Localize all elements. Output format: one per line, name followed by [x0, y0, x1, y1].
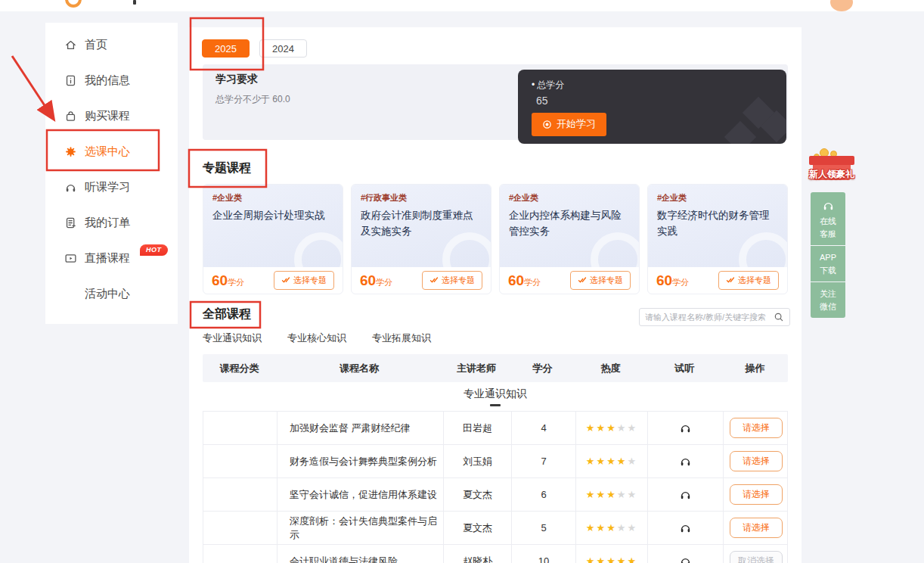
sidebar-item-label: 听课学习 [85, 180, 130, 194]
table-header-课程名称: 课程名称 [276, 362, 442, 375]
table-header-热度: 热度 [575, 362, 646, 375]
sidebar-item-直播课程[interactable]: 直播课程HOT [45, 241, 178, 276]
sidebar-item-选课中心[interactable]: 选课中心 [45, 134, 178, 170]
star-filled-icon: ★ [617, 555, 628, 563]
sidebar-item-我的信息[interactable]: 我的信息 [45, 63, 178, 98]
heat-rating-cell: ★★★★★ [575, 478, 647, 511]
new-user-gift-badge[interactable]: 新人领豪礼 [806, 148, 857, 183]
search-input[interactable] [645, 313, 774, 322]
table-row: 深度剖析：会计失信典型案件与启示夏文杰5★★★★★请选择 [203, 512, 787, 545]
star-filled-icon: ★ [586, 489, 597, 500]
audition-headphones-icon[interactable] [679, 455, 692, 468]
course-search-box [639, 308, 790, 326]
audition-headphones-icon[interactable] [679, 521, 692, 534]
tab-专业核心知识[interactable]: 专业核心知识 [287, 331, 346, 345]
select-topic-button[interactable]: 选择专题 [422, 271, 482, 290]
sidebar-item-label: 我的订单 [85, 216, 130, 230]
course-name-cell: 加强财会监督 严肃财经纪律 [277, 412, 443, 444]
select-topic-button[interactable]: 选择专题 [274, 271, 334, 290]
table-row: 会计职业道德与法律风险赵晓朴10★★★★★取消选择 [203, 545, 787, 563]
teacher-cell: 夏文杰 [443, 512, 511, 544]
year-tabs: 20252024 [202, 39, 307, 58]
star-filled-icon: ★ [606, 555, 617, 563]
float-button-label: 关注微信 [818, 288, 838, 313]
topic-card-tag: #企业类 [212, 192, 333, 204]
heat-rating-cell: ★★★★★ [575, 545, 647, 563]
total-credit-label: •总学分 [532, 79, 773, 92]
table-header-课程分类: 课程分类 [203, 362, 276, 375]
sidebar-item-我的订单[interactable]: 我的订单 [45, 205, 178, 241]
start-learning-label: 开始学习 [557, 117, 596, 131]
info-icon [64, 74, 77, 87]
topic-card-title: 数字经济时代的财务管理实践 [657, 208, 778, 240]
bag-icon [64, 110, 77, 123]
credits-number: 60 [656, 272, 672, 288]
select-topic-button[interactable]: 选择专题 [570, 271, 631, 290]
course-name-cell: 深度剖析：会计失信典型案件与启示 [277, 512, 443, 544]
search-icon[interactable] [774, 312, 784, 322]
topic-card-title: 政府会计准则制度重难点及实施实务 [361, 208, 482, 240]
float-button-APP下载[interactable]: APP下载 [811, 246, 845, 282]
select-course-button[interactable]: 请选择 [730, 451, 783, 471]
sidebar-item-label: 选课中心 [85, 145, 130, 159]
topic-card-footer: 60学分选择专题 [648, 267, 787, 294]
star-filled-icon: ★ [586, 456, 597, 467]
audition-headphones-icon[interactable] [679, 421, 692, 434]
headphones-icon [821, 199, 835, 213]
credits-unit: 学分 [376, 278, 392, 287]
tab-专业拓展知识[interactable]: 专业拓展知识 [372, 331, 431, 345]
teacher-cell: 赵晓朴 [443, 545, 511, 563]
star-rating: ★★★★★ [586, 522, 637, 533]
star-filled-icon: ★ [597, 555, 607, 563]
star-filled-icon: ★ [597, 422, 607, 434]
headphones-icon [64, 181, 77, 194]
float-button-在线客服[interactable]: 在线客服 [811, 192, 845, 245]
action-cell: 请选择 [723, 412, 789, 444]
select-topic-button[interactable]: 选择专题 [718, 271, 779, 290]
action-cell: 请选择 [723, 445, 789, 477]
topic-card-title: 企业内控体系构建与风险管控实务 [509, 208, 630, 240]
cancel-select-button[interactable]: 取消选择 [730, 551, 783, 563]
top-header-bar [0, 0, 924, 11]
sidebar-item-听课学习[interactable]: 听课学习 [45, 170, 178, 205]
sidebar-item-购买课程[interactable]: 购买课程 [45, 98, 178, 134]
heat-rating-cell: ★★★★★ [575, 445, 647, 477]
action-cell: 请选择 [723, 512, 789, 544]
category-cell [203, 412, 277, 444]
star-empty-icon: ★ [627, 489, 637, 500]
course-name-cell: 财务造假与会计舞弊典型案例分析 [277, 445, 443, 477]
select-course-button[interactable]: 请选择 [730, 518, 783, 538]
double-check-icon [726, 275, 735, 286]
star-empty-icon: ★ [617, 522, 628, 533]
avatar[interactable] [830, 0, 853, 11]
logo-text-fragment [133, 0, 136, 5]
sidebar-item-label: 首页 [85, 38, 107, 52]
sidebar-item-label: 活动中心 [85, 287, 130, 301]
star-empty-icon: ★ [617, 489, 628, 500]
select-topic-label: 选择专题 [738, 275, 771, 286]
tab-专业通识知识[interactable]: 专业通识知识 [203, 331, 262, 345]
star-filled-icon: ★ [586, 555, 597, 563]
double-check-icon [281, 275, 290, 286]
table-row: 财务造假与会计舞弊典型案例分析刘玉娟7★★★★★请选择 [203, 445, 787, 478]
credits-number: 60 [508, 272, 524, 288]
select-topic-label: 选择专题 [293, 275, 327, 286]
order-icon [64, 216, 77, 229]
teacher-cell: 刘玉娟 [443, 445, 511, 477]
credits-cell: 6 [511, 478, 575, 511]
year-tab-2024[interactable]: 2024 [259, 39, 307, 58]
year-tab-2025[interactable]: 2025 [202, 39, 250, 58]
audition-headphones-icon[interactable] [679, 555, 692, 563]
select-course-button[interactable]: 请选择 [730, 418, 783, 438]
blank-icon [64, 288, 77, 300]
record-circle-icon [542, 120, 552, 129]
float-button-label: APP下载 [818, 251, 838, 276]
start-learning-button[interactable]: 开始学习 [532, 113, 606, 136]
select-topic-label: 选择专题 [590, 275, 623, 286]
audition-headphones-icon[interactable] [679, 488, 692, 501]
float-button-关注微信[interactable]: 关注微信 [811, 282, 845, 318]
sidebar-item-活动中心[interactable]: 活动中心 [45, 276, 178, 312]
sidebar-item-首页[interactable]: 首页 [45, 27, 178, 63]
star-filled-icon: ★ [597, 456, 607, 467]
select-course-button[interactable]: 请选择 [730, 484, 783, 505]
